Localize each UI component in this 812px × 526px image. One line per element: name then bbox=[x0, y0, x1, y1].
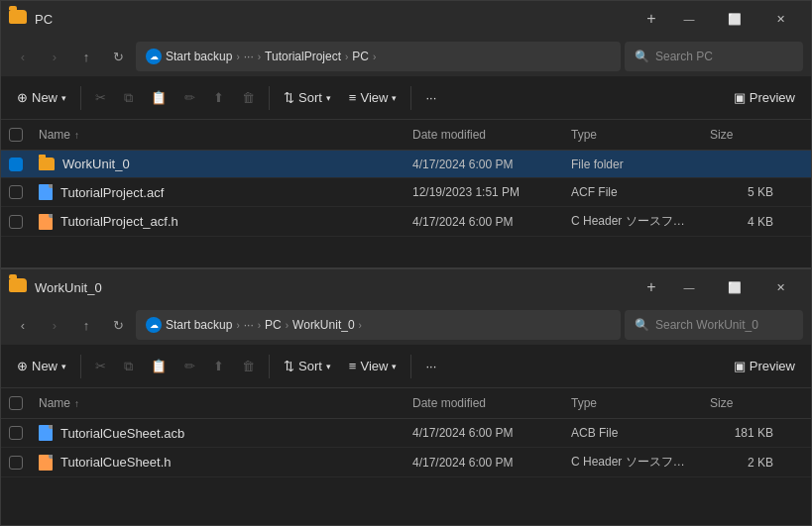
new-chevron-icon-pc: ▾ bbox=[61, 93, 66, 103]
folder-icon-0 bbox=[39, 158, 55, 170]
paste-button-wu[interactable]: 📋 bbox=[143, 354, 174, 378]
view-button-wu[interactable]: ≡ View ▾ bbox=[341, 354, 406, 378]
window-title-wu: WorkUnit_0 bbox=[35, 280, 637, 295]
name-sort-icon-wu: ↑ bbox=[74, 398, 79, 409]
refresh-button-wu[interactable]: ↻ bbox=[104, 311, 132, 339]
window-pc: PC + — ⬜ ✕ ‹ › ↑ ↻ ☁ Start backup › ··· … bbox=[0, 0, 812, 268]
sort-button-wu[interactable]: ⇅ Sort ▾ bbox=[276, 354, 339, 378]
breadcrumb-item-1[interactable]: Start backup bbox=[166, 50, 232, 63]
table-row[interactable]: TutorialProject.acf 12/19/2023 1:51 PM A… bbox=[1, 178, 811, 207]
breadcrumb-item-2[interactable]: TutorialProject bbox=[265, 50, 341, 63]
row-wu-name-0: TutorialCueSheet.acb bbox=[31, 419, 405, 447]
sort-icon-wu: ⇅ bbox=[284, 359, 294, 373]
header-type-wu[interactable]: Type bbox=[563, 392, 702, 414]
row-filename-2: TutorialProject_acf.h bbox=[60, 214, 178, 229]
forward-button-pc[interactable]: › bbox=[41, 43, 68, 70]
search-icon-wu: 🔍 bbox=[635, 318, 649, 332]
row-checkbox-1[interactable] bbox=[1, 179, 31, 205]
row-wu-filename-0: TutorialCueSheet.acb bbox=[60, 426, 184, 441]
breadcrumb-wu[interactable]: ☁ Start backup › ··· › PC › WorkUnit_0 › bbox=[136, 310, 621, 340]
row-checkbox-2[interactable] bbox=[1, 209, 31, 235]
row-wu-type-0: ACB File bbox=[563, 420, 702, 446]
header-size-wu[interactable]: Size bbox=[702, 392, 781, 414]
row-extra-2 bbox=[781, 216, 811, 228]
row-size-0 bbox=[702, 158, 781, 170]
breadcrumb-wu-ellipsis[interactable]: ··· bbox=[244, 318, 254, 332]
new-tab-button-pc[interactable]: + bbox=[637, 1, 666, 37]
back-button-pc[interactable]: ‹ bbox=[9, 43, 37, 70]
copy-button-pc[interactable]: ⧉ bbox=[116, 85, 141, 111]
header-checkbox-pc[interactable] bbox=[1, 124, 31, 146]
up-button-pc[interactable]: ↑ bbox=[72, 43, 100, 70]
row-date-2: 4/17/2024 6:00 PM bbox=[405, 209, 563, 235]
forward-button-wu[interactable]: › bbox=[41, 311, 68, 339]
breadcrumb-wu-item-2[interactable]: PC bbox=[265, 318, 282, 332]
new-chevron-icon-wu: ▾ bbox=[61, 362, 66, 371]
close-button-wu[interactable]: ✕ bbox=[757, 269, 803, 305]
header-size-pc[interactable]: Size bbox=[702, 124, 781, 146]
sort-button-pc[interactable]: ⇅ Sort ▾ bbox=[276, 85, 339, 110]
acf-icon-1 bbox=[39, 184, 53, 200]
delete-button-pc[interactable]: 🗑 bbox=[234, 85, 263, 110]
toolbar-sep-1-pc bbox=[80, 86, 81, 110]
table-row[interactable]: TutorialProject_acf.h 4/17/2024 6:00 PM … bbox=[1, 207, 811, 237]
restore-button-pc[interactable]: ⬜ bbox=[712, 1, 757, 37]
window-icon-pc bbox=[9, 10, 27, 28]
minimize-button-pc[interactable]: — bbox=[666, 1, 712, 37]
cut-button-wu[interactable]: ✂ bbox=[87, 354, 114, 378]
preview-button-pc[interactable]: ▣ Preview bbox=[726, 85, 803, 110]
cut-button-pc[interactable]: ✂ bbox=[87, 85, 114, 110]
sort-label-pc: Sort bbox=[298, 90, 322, 105]
copy-button-wu[interactable]: ⧉ bbox=[116, 354, 141, 379]
share-button-pc[interactable]: ⬆ bbox=[205, 85, 232, 110]
row-date-1: 12/19/2023 1:51 PM bbox=[405, 179, 563, 205]
close-button-pc[interactable]: ✕ bbox=[757, 1, 803, 37]
row-wu-checkbox-0[interactable] bbox=[1, 420, 31, 446]
breadcrumb-wu-sep-4: › bbox=[359, 320, 362, 331]
row-wu-checkbox-1[interactable] bbox=[1, 450, 31, 475]
restore-button-wu[interactable]: ⬜ bbox=[712, 269, 757, 305]
header-name-wu[interactable]: Name ↑ bbox=[31, 392, 405, 414]
up-button-wu[interactable]: ↑ bbox=[72, 311, 100, 339]
view-button-pc[interactable]: ≡ View ▾ bbox=[341, 85, 406, 110]
search-box-pc[interactable]: 🔍 Search PC bbox=[625, 42, 803, 71]
minimize-button-wu[interactable]: — bbox=[666, 269, 712, 305]
preview-button-wu[interactable]: ▣ Preview bbox=[726, 354, 803, 378]
new-button-wu[interactable]: ⊕ New ▾ bbox=[9, 354, 74, 378]
paste-button-pc[interactable]: 📋 bbox=[143, 85, 174, 110]
breadcrumb-ellipsis[interactable]: ··· bbox=[244, 50, 254, 63]
header-date-wu[interactable]: Date modified bbox=[405, 392, 563, 414]
share-button-wu[interactable]: ⬆ bbox=[205, 354, 232, 378]
header-checkbox-wu[interactable] bbox=[1, 392, 31, 414]
breadcrumb-item-3[interactable]: PC bbox=[352, 50, 369, 63]
new-plus-icon-pc: ⊕ bbox=[17, 90, 28, 105]
delete-button-wu[interactable]: 🗑 bbox=[234, 354, 263, 378]
table-row[interactable]: WorkUnit_0 4/17/2024 6:00 PM File folder bbox=[1, 151, 811, 178]
table-row[interactable]: TutorialCueSheet.acb 4/17/2024 6:00 PM A… bbox=[1, 419, 811, 448]
toolbar-sep-1-wu bbox=[80, 355, 81, 378]
row-filename-1: TutorialProject.acf bbox=[60, 185, 164, 200]
breadcrumb-pc[interactable]: ☁ Start backup › ··· › TutorialProject ›… bbox=[136, 42, 621, 71]
search-box-wu[interactable]: 🔍 Search WorkUnit_0 bbox=[625, 310, 803, 340]
header-date-pc[interactable]: Date modified bbox=[405, 124, 563, 146]
rename-button-wu[interactable]: ✏ bbox=[176, 354, 203, 378]
onedrive-icon-pc: ☁ bbox=[146, 49, 162, 64]
back-button-wu[interactable]: ‹ bbox=[9, 311, 37, 339]
search-placeholder-pc: Search PC bbox=[655, 50, 713, 63]
row-filename-0: WorkUnit_0 bbox=[62, 157, 130, 171]
header-name-pc[interactable]: Name ↑ bbox=[31, 124, 405, 146]
more-button-pc[interactable]: ··· bbox=[417, 85, 444, 110]
preview-label-pc: Preview bbox=[750, 90, 795, 105]
new-button-pc[interactable]: ⊕ New ▾ bbox=[9, 85, 74, 110]
search-placeholder-wu: Search WorkUnit_0 bbox=[655, 318, 758, 332]
rename-button-pc[interactable]: ✏ bbox=[176, 85, 203, 110]
refresh-button-pc[interactable]: ↻ bbox=[104, 43, 132, 70]
table-row[interactable]: TutorialCueSheet.h 4/17/2024 6:00 PM C H… bbox=[1, 448, 811, 477]
breadcrumb-wu-item-1[interactable]: Start backup bbox=[166, 318, 232, 332]
onedrive-icon-wu: ☁ bbox=[146, 317, 162, 333]
row-checkbox-0[interactable] bbox=[1, 152, 31, 177]
header-type-pc[interactable]: Type bbox=[563, 124, 702, 146]
more-button-wu[interactable]: ··· bbox=[417, 354, 444, 378]
new-tab-button-wu[interactable]: + bbox=[637, 269, 666, 305]
breadcrumb-wu-item-3[interactable]: WorkUnit_0 bbox=[292, 318, 354, 332]
